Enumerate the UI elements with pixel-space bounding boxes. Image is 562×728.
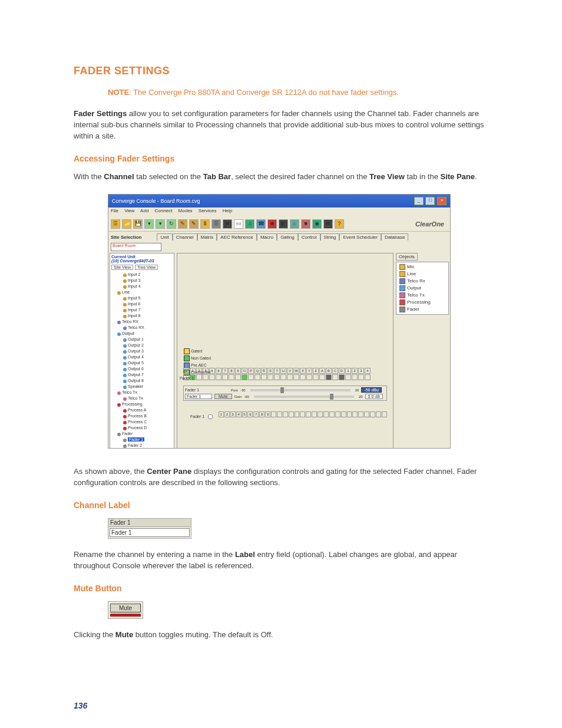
matrix-cell[interactable] — [312, 411, 317, 417]
tree-item[interactable]: Telco RX — [111, 319, 173, 325]
toolbar-icon[interactable]: ▭ — [234, 219, 243, 229]
matrix-cell[interactable] — [289, 411, 294, 417]
toolbar-icon[interactable]: ↻ — [167, 219, 176, 229]
menu-item[interactable]: View — [124, 208, 134, 213]
matrix-cell[interactable] — [341, 411, 346, 417]
tab-tree-view[interactable]: Tree View — [135, 265, 158, 270]
matrix-cell[interactable] — [271, 411, 276, 417]
toolbar-icon[interactable]: ◧ — [279, 219, 288, 229]
toolbar-icon[interactable]: ▾ — [156, 219, 165, 229]
tree-item[interactable]: Telco RX — [111, 325, 173, 331]
matrix-cell[interactable] — [300, 374, 306, 380]
menu-item[interactable]: File — [111, 208, 118, 213]
matrix-cell[interactable]: 8 — [259, 411, 265, 417]
close-button[interactable]: × — [437, 197, 447, 205]
toolbar-icon[interactable]: 📂 — [122, 219, 131, 229]
tree-item[interactable]: Output 5 — [111, 360, 173, 366]
matrix-cell[interactable]: 5 — [242, 411, 247, 417]
object-item[interactable]: Output — [398, 285, 447, 292]
object-item[interactable]: Telco Tx — [398, 292, 447, 299]
matrix-cell[interactable] — [364, 411, 369, 417]
objects-tab[interactable]: Objects — [396, 253, 418, 261]
object-item[interactable]: Processing — [398, 299, 447, 306]
maximize-button[interactable]: □ — [425, 197, 435, 205]
tree-item[interactable]: Telco Tx — [111, 390, 173, 396]
matrix-cell[interactable] — [287, 374, 293, 380]
tree-item[interactable]: Process B — [111, 413, 173, 419]
matrix-cell[interactable] — [382, 411, 387, 417]
object-item[interactable]: Fader — [398, 306, 447, 313]
matrix-cell[interactable]: 1 — [219, 411, 224, 417]
tree-item[interactable]: Fader 2 — [111, 443, 173, 449]
toolbar-icon[interactable]: ☰ — [211, 219, 221, 229]
toolbar-icon[interactable]: ✎ — [189, 219, 199, 229]
tab-control[interactable]: Control — [298, 233, 320, 241]
site-select-dropdown[interactable]: Board Room — [111, 243, 161, 251]
matrix-cell[interactable] — [300, 411, 305, 417]
tree-item[interactable]: Telco Tx — [111, 396, 173, 401]
tree-item[interactable]: Input 3 — [111, 278, 173, 284]
tree-item[interactable]: Input 7 — [111, 307, 173, 313]
toolbar-icon[interactable]: ☎ — [256, 219, 266, 229]
tab-site-view[interactable]: Site View — [111, 265, 133, 270]
matrix-cell[interactable]: 2 — [224, 411, 230, 417]
matrix-cell[interactable] — [319, 374, 325, 380]
tree-item[interactable]: Fader — [111, 431, 173, 437]
matrix-cell[interactable] — [248, 374, 254, 380]
matrix-cell[interactable] — [196, 374, 202, 380]
matrix-cell[interactable] — [352, 374, 358, 380]
tree-item[interactable]: Output 4 — [111, 354, 173, 360]
matrix-cell[interactable] — [370, 411, 375, 417]
tree-item[interactable]: Fader 1 — [111, 437, 173, 443]
post-gain-slider[interactable] — [250, 389, 351, 391]
toolbar-icon[interactable]: ♫ — [245, 219, 254, 229]
tab-string[interactable]: String — [320, 233, 340, 241]
matrix-cell[interactable] — [358, 411, 363, 417]
toolbar-icon[interactable]: ■ — [323, 219, 333, 229]
mute-button-visual[interactable]: Mute — [110, 604, 141, 612]
matrix-cell[interactable] — [261, 374, 267, 380]
toolbar-icon[interactable]: ■ — [267, 219, 277, 229]
toolbar-icon[interactable]: ? — [335, 219, 344, 229]
toolbar-icon[interactable]: ■ — [301, 219, 310, 229]
matrix-cell[interactable] — [345, 374, 351, 380]
matrix-cell[interactable]: 9 — [265, 411, 270, 417]
matrix-cell[interactable] — [376, 411, 381, 417]
matrix2-checkbox[interactable] — [208, 414, 213, 419]
matrix-cell[interactable] — [352, 411, 358, 417]
matrix-cell[interactable] — [293, 374, 299, 380]
tree-item[interactable]: Input 4 — [111, 284, 173, 289]
tree-item[interactable]: Output 6 — [111, 366, 173, 372]
menu-item[interactable]: Services — [199, 208, 217, 213]
tree-item[interactable]: Speaker — [111, 384, 173, 390]
label-field-input[interactable]: Fader 1 — [110, 528, 190, 537]
menu-item[interactable]: Modes — [178, 208, 193, 213]
mute-button[interactable]: Mute — [214, 394, 232, 399]
tab-unit[interactable]: Unit — [157, 233, 172, 241]
matrix-cell[interactable]: 7 — [253, 411, 259, 417]
toolbar-icon[interactable]: ⌂ — [290, 219, 299, 229]
matrix-cell[interactable] — [283, 411, 288, 417]
object-item[interactable]: Line — [398, 271, 447, 278]
matrix-cell[interactable]: 3 — [230, 411, 236, 417]
matrix-cell[interactable] — [339, 374, 345, 380]
tree-item[interactable]: Process C — [111, 419, 173, 425]
menu-item[interactable]: Connect — [155, 208, 173, 213]
tab-aec[interactable]: AEC Reference — [217, 233, 257, 241]
matrix-cell[interactable] — [254, 374, 260, 380]
matrix-cell[interactable]: 6 — [247, 411, 253, 417]
tree-item[interactable]: Processing — [111, 401, 173, 407]
matrix-cell[interactable] — [229, 374, 234, 380]
matrix-cell[interactable] — [313, 374, 319, 380]
matrix-cell[interactable] — [280, 374, 286, 380]
matrix-cell[interactable] — [274, 374, 280, 380]
matrix-cell[interactable] — [329, 411, 335, 417]
matrix-cell[interactable] — [358, 374, 364, 380]
tree-item[interactable]: Output 1 — [111, 337, 173, 342]
matrix-cell[interactable] — [295, 411, 300, 417]
toolbar-icon[interactable]: ☰ — [111, 219, 120, 229]
fader-name-input[interactable]: Fader 1 — [185, 394, 212, 399]
matrix-cell[interactable] — [235, 374, 241, 380]
matrix-cell[interactable] — [318, 411, 323, 417]
object-item[interactable]: Mic — [398, 263, 447, 271]
